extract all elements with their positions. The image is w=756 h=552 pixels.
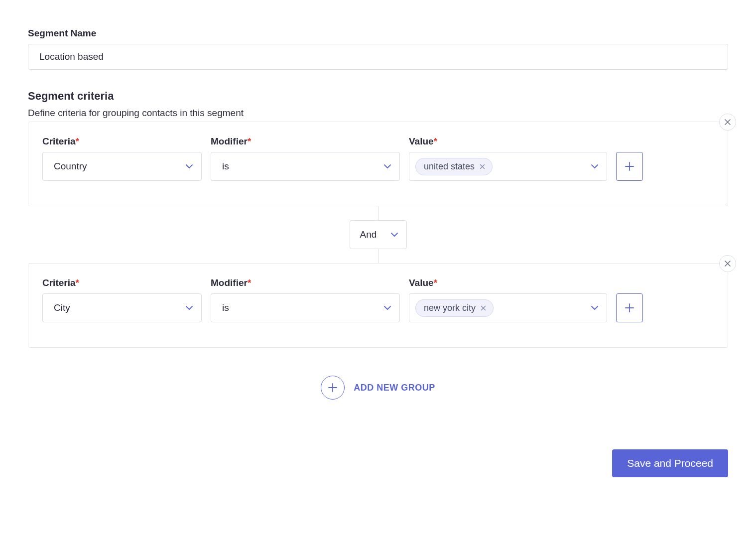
modifier-select[interactable]: is bbox=[211, 293, 400, 322]
remove-chip-button[interactable] bbox=[481, 305, 486, 311]
remove-group-button[interactable] bbox=[719, 114, 736, 131]
segment-criteria-subheading: Define criteria for grouping contacts in… bbox=[28, 108, 728, 119]
segment-criteria-heading: Segment criteria bbox=[28, 90, 728, 103]
segment-name-label: Segment Name bbox=[28, 28, 728, 39]
chevron-down-icon bbox=[591, 164, 599, 169]
value-label: Value* bbox=[409, 136, 607, 147]
value-multiselect[interactable]: united states bbox=[409, 152, 607, 181]
criteria-group: Criteria* City Modifier* is Value* new y bbox=[28, 263, 728, 348]
chevron-down-icon bbox=[383, 305, 391, 310]
connector-select-value: And bbox=[360, 229, 377, 240]
criteria-select-value: City bbox=[54, 302, 70, 313]
plus-icon bbox=[328, 383, 338, 393]
modifier-select-value: is bbox=[222, 161, 229, 172]
modifier-label: Modifier* bbox=[211, 136, 400, 147]
value-chip: new york city bbox=[415, 299, 494, 317]
close-icon bbox=[724, 119, 731, 126]
chevron-down-icon bbox=[185, 305, 193, 310]
value-chip-text: united states bbox=[424, 161, 475, 172]
remove-chip-button[interactable] bbox=[480, 164, 485, 169]
value-chip: united states bbox=[415, 158, 493, 175]
criteria-select[interactable]: Country bbox=[42, 152, 202, 181]
modifier-label: Modifier* bbox=[211, 277, 400, 288]
required-mark: * bbox=[248, 277, 251, 288]
chevron-down-icon bbox=[185, 164, 193, 169]
connector-line bbox=[378, 206, 378, 220]
value-label: Value* bbox=[409, 277, 607, 288]
criteria-select-value: Country bbox=[54, 161, 87, 172]
criteria-label: Criteria* bbox=[42, 136, 202, 147]
close-icon bbox=[724, 260, 731, 267]
required-mark: * bbox=[76, 136, 79, 146]
required-mark: * bbox=[434, 136, 437, 146]
plus-icon bbox=[625, 161, 634, 171]
value-multiselect[interactable]: new york city bbox=[409, 293, 607, 322]
value-chip-text: new york city bbox=[424, 303, 476, 313]
criteria-label: Criteria* bbox=[42, 277, 202, 288]
add-group-row: ADD NEW GROUP bbox=[28, 376, 728, 400]
add-group-label[interactable]: ADD NEW GROUP bbox=[354, 383, 435, 393]
modifier-select-value: is bbox=[222, 302, 229, 313]
chevron-down-icon bbox=[591, 305, 599, 310]
add-condition-button[interactable] bbox=[616, 152, 643, 181]
criteria-select[interactable]: City bbox=[42, 293, 202, 322]
add-condition-button[interactable] bbox=[616, 293, 643, 322]
connector-line bbox=[378, 249, 378, 263]
required-mark: * bbox=[248, 136, 251, 146]
criteria-group: Criteria* Country Modifier* is Value* un bbox=[28, 122, 728, 206]
plus-icon bbox=[625, 303, 634, 313]
required-mark: * bbox=[434, 277, 437, 288]
save-and-proceed-button[interactable]: Save and Proceed bbox=[612, 449, 728, 477]
required-mark: * bbox=[76, 277, 79, 288]
connector-select[interactable]: And bbox=[350, 220, 407, 249]
add-group-button[interactable] bbox=[321, 376, 345, 400]
chevron-down-icon bbox=[383, 164, 391, 169]
chevron-down-icon bbox=[390, 232, 398, 237]
group-connector: And bbox=[28, 206, 728, 263]
remove-group-button[interactable] bbox=[719, 255, 736, 272]
modifier-select[interactable]: is bbox=[211, 152, 400, 181]
segment-name-input[interactable] bbox=[28, 44, 728, 70]
